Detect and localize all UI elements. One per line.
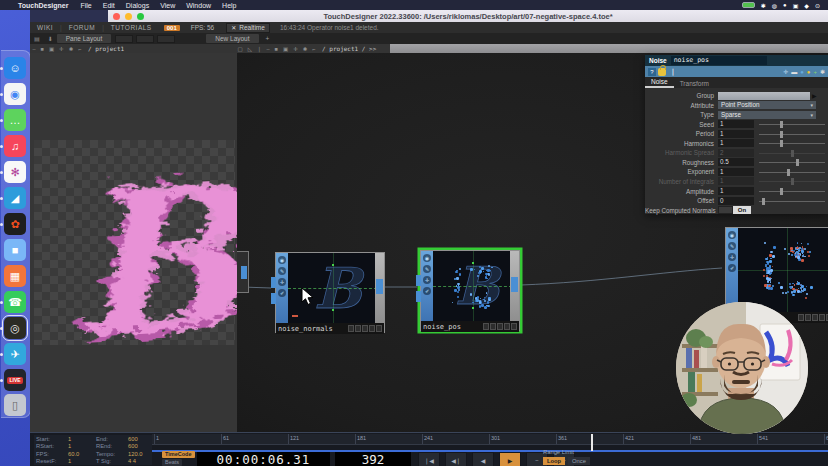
timeline-field-value[interactable]: 4 4 — [128, 458, 152, 464]
pane-toolbar-icon[interactable]: ■ — [275, 46, 278, 52]
param-dropdown[interactable]: Sparse▾ — [718, 111, 816, 119]
colors-icon[interactable]: ● — [807, 69, 811, 75]
pane-toolbar-icon[interactable]: ◺ — [248, 46, 252, 52]
node-label-bar[interactable]: noise_normals — [276, 323, 384, 334]
dock-messages-icon[interactable]: … — [4, 109, 26, 131]
pane-toolbar-icon[interactable]: ✱ — [69, 46, 74, 52]
menu-app-name[interactable]: TouchDesigner — [18, 2, 68, 9]
play-reverse-button[interactable]: ◀ — [472, 452, 494, 466]
output-connector[interactable] — [241, 266, 247, 279]
dock-whatsapp-icon[interactable]: ☎ — [4, 291, 26, 313]
timeline-field-value[interactable]: 1 — [68, 436, 94, 442]
pane-toolbar-icon[interactable]: – — [33, 46, 36, 52]
menu-view[interactable]: View — [160, 2, 175, 9]
timecode-mode-button[interactable]: TimeCode — [162, 451, 195, 458]
dock-slack-icon[interactable]: ✻ — [4, 161, 26, 183]
slider-handle[interactable] — [787, 169, 790, 176]
color-profile-icon[interactable]: ✱ — [761, 2, 766, 9]
param-slider[interactable] — [759, 149, 825, 157]
input-connector[interactable] — [271, 277, 276, 288]
node-flag-button[interactable] — [511, 323, 517, 330]
add-parameters-icon[interactable]: + — [813, 69, 817, 75]
lock-icon[interactable] — [658, 68, 666, 76]
frame-display[interactable]: 392 — [335, 452, 411, 466]
parameter-header[interactable]: Noise noise_pos — [645, 55, 828, 66]
once-button[interactable]: Once — [568, 457, 590, 465]
node-flag-strip[interactable]: ◉✎✛✐ — [726, 228, 738, 312]
playhead[interactable] — [591, 434, 593, 451]
timeline-ruler[interactable]: 161121181241301361421481541601 — [152, 434, 828, 445]
pane-toolbar-icon[interactable]: ✛ — [293, 46, 298, 52]
dock-vscode-icon[interactable]: ◢ — [4, 187, 26, 209]
battery-icon[interactable] — [742, 2, 755, 8]
realtime-checkbox[interactable]: ✕ — [231, 24, 236, 31]
param-value-field[interactable]: 1 — [718, 177, 754, 185]
dock-touchdesigner-icon[interactable]: ◎ — [4, 317, 26, 339]
node-flag-icon[interactable]: ✎ — [278, 267, 286, 275]
pane-toolbar-icon[interactable]: ❘ — [257, 46, 262, 52]
param-slider[interactable] — [759, 139, 825, 147]
node-flag-button[interactable] — [490, 323, 496, 330]
layout-stub[interactable] — [136, 35, 154, 43]
node-flag-button[interactable] — [798, 314, 804, 321]
timecode-display[interactable]: 00:00:06.31 — [197, 452, 330, 466]
node-partial[interactable] — [237, 251, 249, 293]
node-flag-icon[interactable]: ◉ — [728, 231, 736, 239]
param-slider[interactable] — [759, 130, 825, 138]
comment-icon[interactable]: ▬ — [791, 69, 797, 75]
add-layout-button[interactable]: + — [266, 35, 270, 42]
tab-new-layout[interactable]: New Layout — [206, 34, 258, 43]
pin-icon[interactable]: ✛ — [783, 69, 788, 75]
param-value-field[interactable]: 2 — [718, 149, 754, 157]
timeline-field-value[interactable]: 600 — [128, 436, 152, 442]
output-connector[interactable] — [376, 279, 383, 294]
timeline-settings[interactable]: Start:1End:600RStart:1REnd:600FPS:60.0Te… — [34, 435, 152, 465]
timeline-field-value[interactable]: 120.0 — [128, 451, 152, 457]
dock-telegram-icon[interactable]: ✈ — [4, 343, 26, 365]
toggle-on-segment[interactable]: On — [733, 206, 751, 214]
link-tutorials[interactable]: TUTORIALS — [111, 24, 152, 31]
dock-finder-icon[interactable]: ☺ — [4, 57, 26, 79]
node-scrollbar[interactable] — [510, 251, 519, 321]
expand-arrow-icon[interactable]: ▶ — [812, 92, 817, 99]
param-value-field[interactable]: 1 — [718, 168, 754, 176]
slider-handle[interactable] — [762, 198, 765, 205]
dock-music-icon[interactable]: ♫ — [4, 135, 26, 157]
tab-noise[interactable]: Noise — [645, 78, 674, 88]
globe-icon[interactable]: ◍ — [772, 2, 777, 9]
realtime-toggle[interactable]: ✕ Realtime — [226, 23, 270, 33]
node-flag-button[interactable] — [362, 325, 368, 332]
node-flag-icon[interactable]: ◉ — [423, 254, 431, 262]
dock-trash-icon[interactable]: ▯ — [4, 394, 26, 416]
display-icon[interactable]: ◆ — [804, 2, 809, 9]
param-value-field[interactable]: 1 — [718, 187, 754, 195]
pane-toolbar-icon[interactable]: ⌐ — [312, 46, 315, 52]
grid-icon[interactable]: ▤ — [34, 35, 40, 42]
timeline-field-value[interactable]: 1 — [68, 458, 94, 464]
dock-live-app-icon[interactable]: LIVE — [4, 369, 26, 391]
node-flag-icon[interactable]: ✐ — [728, 264, 736, 272]
node-flag-icon[interactable]: ✛ — [278, 278, 286, 286]
input-connector[interactable] — [416, 291, 421, 302]
input-connector[interactable] — [416, 275, 421, 286]
layout-stub[interactable] — [157, 35, 175, 43]
node-flag-button[interactable] — [812, 314, 818, 321]
node-flag-button[interactable] — [819, 314, 825, 321]
node-flag-button[interactable] — [355, 325, 361, 332]
node-flag-icon[interactable]: ✎ — [423, 265, 431, 273]
param-slider[interactable] — [759, 187, 825, 195]
link-forum[interactable]: FORUM — [69, 24, 95, 31]
timeline-field-value[interactable]: 60.0 — [68, 451, 94, 457]
midi-badge[interactable]: 001 — [164, 25, 180, 31]
input-connector[interactable] — [271, 293, 276, 304]
node-flag-icon[interactable]: ✎ — [728, 242, 736, 250]
dock-chrome-icon[interactable]: ◉ — [4, 83, 26, 105]
param-slider[interactable] — [759, 197, 825, 205]
pane-path[interactable]: / project1 — [88, 45, 124, 52]
node-viewer[interactable]: B — [433, 251, 512, 321]
node-viewer[interactable] — [738, 228, 828, 312]
toggle-off-segment[interactable] — [718, 206, 733, 214]
slider-handle[interactable] — [780, 140, 783, 147]
node-flag-strip[interactable]: ◉✎✛✐ — [421, 251, 433, 321]
node-flag-button[interactable] — [348, 325, 354, 332]
